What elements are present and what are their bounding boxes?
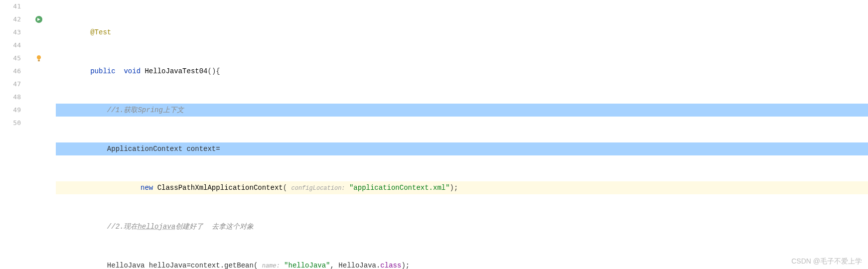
line-number: 47	[0, 78, 21, 91]
line-number: 42	[0, 13, 21, 26]
comment: //1.获取Spring上下文	[107, 106, 184, 114]
line-gutter: 41 42 43 44 45 46 47 48 49 50	[0, 0, 30, 269]
code-text: HelloJava helloJava=context.getBean(	[107, 262, 258, 269]
param-hint: name:	[262, 263, 280, 269]
bulb-icon[interactable]	[30, 52, 48, 65]
svg-rect-1	[38, 60, 40, 61]
keyword: new	[141, 184, 153, 192]
line-number: 45	[0, 52, 21, 65]
annotation: @Test	[90, 28, 111, 36]
code-editor: 41 42 43 44 45 46 47 48 49 50 @Test publ…	[0, 0, 868, 269]
gutter-icons	[30, 0, 48, 269]
line-number: 41	[0, 0, 21, 13]
code-area[interactable]: @Test public void HelloJavaTest04(){ //1…	[56, 0, 868, 269]
keyword: public	[90, 67, 115, 75]
string: "applicationContext.xml"	[349, 184, 450, 192]
line-number: 48	[0, 91, 21, 104]
line-number: 46	[0, 65, 21, 78]
line-number: 43	[0, 26, 21, 39]
param-hint: configLocation:	[291, 185, 345, 192]
watermark: CSDN @毛子不爱上学	[791, 257, 862, 266]
string: "helloJava"	[284, 262, 330, 269]
fold-column	[48, 0, 56, 269]
class-name: ClassPathXmlApplicationContext	[157, 184, 283, 192]
run-gutter-icon[interactable]	[30, 13, 48, 26]
line-number: 50	[0, 117, 21, 130]
comment: //2.现在hellojava创建好了 去拿这个对象	[107, 223, 254, 231]
code-text: ApplicationContext context=	[107, 145, 220, 153]
keyword: class	[380, 262, 401, 269]
method-name: HelloJavaTest04	[145, 67, 207, 75]
keyword: void	[124, 67, 141, 75]
line-number: 44	[0, 39, 21, 52]
line-number: 49	[0, 104, 21, 117]
